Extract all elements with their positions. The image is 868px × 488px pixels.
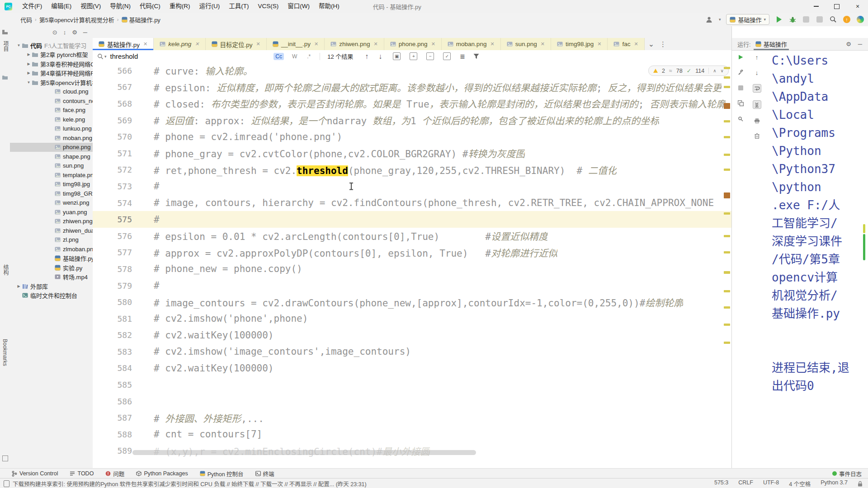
regex-toggle[interactable]: .* (305, 53, 312, 60)
menu-item[interactable]: 帮助(H) (314, 0, 344, 13)
sidebar-item-structure[interactable]: 结构 (2, 264, 9, 275)
coverage-button[interactable] (802, 15, 810, 23)
editor-tab[interactable]: 目标定位.py✕ (206, 38, 267, 50)
line-number[interactable]: 579 (93, 281, 132, 291)
code-line[interactable]: 568# closed: 布尔类型的参数，表示是否封闭轮廓。如果是 True，表… (93, 95, 731, 112)
words-toggle[interactable]: W (290, 53, 299, 60)
code-line[interactable]: 580# image_contours = cv2.drawContours(p… (93, 294, 731, 310)
menu-item[interactable]: 导航(N) (105, 0, 135, 13)
run-config-selector[interactable]: 基础操作 ▾ (726, 14, 769, 25)
select-all-occurrences-button[interactable]: ✓ (443, 52, 451, 60)
tab-options-kebab-icon[interactable]: ⋮ (660, 40, 666, 48)
hide-panel-icon[interactable]: ─ (83, 29, 87, 36)
status-message[interactable]: 下载预构建共享索引: 使用预构建的Python 软件包共享索引减少索引时间和 C… (13, 479, 367, 488)
code-line[interactable]: 570# phone = cv2.imread('phone.png') (93, 128, 731, 145)
tree-item[interactable]: zlmoban.png (10, 244, 93, 254)
run-console-output[interactable]: C:\Users\andyl\AppData\Local\Programs\Py… (772, 52, 863, 395)
event-log-button[interactable]: 事件日志 (832, 469, 862, 478)
line-number[interactable]: 572 (93, 165, 132, 174)
search-everywhere-button[interactable] (829, 15, 837, 23)
tree-item[interactable]: 基础操作.py (10, 254, 93, 263)
down-stack-trace-icon[interactable]: ↓ (753, 69, 761, 76)
learn-button[interactable] (856, 15, 864, 23)
code-line[interactable]: 584# cv2.waitKey(100000) (93, 360, 731, 377)
tree-item[interactable]: yuan.png (10, 207, 93, 217)
wrench-icon[interactable] (737, 69, 745, 76)
match-case-toggle[interactable]: Cc (274, 53, 284, 60)
code-line[interactable]: 577# approx = cv2.approxPolyDP(contours[… (93, 244, 731, 261)
line-number[interactable]: 574 (93, 198, 132, 208)
toolwindow-bottom-icon[interactable] (2, 455, 8, 461)
editor-tab[interactable]: zhiwen.png✕ (325, 38, 384, 50)
code-line[interactable]: 581# cv2.imshow('phone',phone) (93, 310, 731, 327)
code-line[interactable]: 573# (93, 178, 731, 195)
tree-item[interactable]: zhiwen_duan.pn (10, 226, 93, 235)
tree-item[interactable]: kele.png (10, 115, 93, 124)
code-line[interactable]: 583# cv2.imshow('image_contours',image_c… (93, 343, 731, 360)
code-line[interactable]: 566# curve: 输入轮廓。 (93, 62, 731, 79)
tab-close-icon[interactable]: ✕ (431, 41, 435, 47)
line-number[interactable]: 583 (93, 347, 132, 357)
tree-chevron-icon[interactable]: ▼ (26, 80, 31, 84)
code-line[interactable]: 576# epsilon = 0.01 * cv2.arcLength(cont… (93, 228, 731, 244)
filter-funnel-icon[interactable] (473, 53, 479, 59)
line-number[interactable]: 588 (93, 430, 132, 439)
code-line[interactable]: 567# epsilon: 近似精度，即两个轮廓之间最大的欧式距离。该参数越小，… (93, 79, 731, 96)
hide-panel-icon[interactable]: ─ (858, 41, 862, 47)
menu-item[interactable]: VCS(S) (254, 0, 283, 13)
close-button[interactable]: × (847, 0, 868, 13)
ide-promo-button[interactable]: ↑ (843, 15, 851, 23)
line-number[interactable]: 587 (93, 413, 132, 422)
gear-icon[interactable]: ⚙ (846, 41, 851, 47)
editor-tab[interactable]: fac✕ (608, 38, 644, 50)
tree-item[interactable]: template.png (10, 170, 93, 180)
menu-item[interactable]: 代码(C) (135, 0, 165, 13)
remove-occurrence-button[interactable]: − (426, 52, 434, 60)
line-number[interactable]: 580 (93, 297, 132, 307)
tree-item[interactable]: 临时文件和控制台 (10, 291, 93, 300)
run-tab[interactable]: 基础操作 (751, 38, 792, 50)
tree-item[interactable]: timg98.jpg (10, 180, 93, 189)
line-number[interactable]: 586 (93, 397, 132, 406)
line-number[interactable]: 581 (93, 314, 132, 324)
tab-close-icon[interactable]: ✕ (541, 41, 545, 47)
toolwindow-button[interactable]: 问题 (105, 469, 124, 478)
line-number[interactable]: 585 (93, 380, 132, 389)
breadcrumb-item[interactable]: 代码 (20, 15, 32, 24)
tree-item[interactable]: shape.png (10, 152, 93, 161)
line-number[interactable]: 575 (93, 215, 132, 224)
editor-tab[interactable]: sun.png✕ (501, 38, 551, 50)
tree-item[interactable]: ▶外部库 (10, 282, 93, 291)
toolwindow-button[interactable]: Python Packages (136, 469, 188, 478)
status-item[interactable]: Python 3.7 (821, 479, 848, 488)
tree-item[interactable]: phone.png (10, 143, 93, 152)
breadcrumb-item[interactable]: 基础操作.py (129, 15, 160, 24)
previous-problem-icon[interactable]: ∧ (713, 68, 716, 73)
user-dropdown-chevron-icon[interactable]: ▾ (719, 17, 721, 22)
code-line[interactable]: 574# image, contours, hierarchy = cv2.fi… (93, 195, 731, 211)
tab-close-icon[interactable]: ✕ (256, 41, 260, 47)
sidebar-item-project[interactable]: 项目 (2, 41, 9, 52)
code-editor[interactable]: 566# curve: 输入轮廓。567# epsilon: 近似精度，即两个轮… (93, 62, 731, 468)
tree-chevron-icon[interactable]: ▶ (26, 52, 31, 56)
next-problem-icon[interactable]: ∨ (720, 68, 723, 73)
user-avatar-icon[interactable] (705, 15, 713, 23)
tree-item[interactable]: ▼第5章opencv计算机视觉分析 (10, 78, 93, 87)
sidebar-item-bookmarks[interactable]: Bookmarks (2, 339, 8, 366)
toolwindow-button[interactable]: Version Control (12, 469, 58, 478)
debug-button[interactable] (788, 15, 797, 23)
tree-item[interactable]: moban.png (10, 133, 93, 143)
code-line[interactable]: 571# phone_gray = cv2.cvtColor(phone,cv2… (93, 145, 731, 162)
menu-item[interactable]: 运行(U) (195, 0, 225, 13)
tree-chevron-icon[interactable]: ▶ (16, 284, 21, 288)
menu-item[interactable]: 编辑(E) (47, 0, 76, 13)
gear-icon[interactable]: ⚙ (72, 29, 77, 36)
code-line[interactable]: 585 (93, 376, 731, 393)
tree-chevron-icon[interactable]: ▼ (16, 43, 21, 47)
line-number[interactable]: 570 (93, 132, 132, 141)
code-line[interactable]: 582# cv2.waitKey(100000) (93, 327, 731, 344)
next-occurrence-button[interactable]: ↓ (378, 52, 382, 61)
editor-tab[interactable]: timg98.jpg✕ (551, 38, 608, 50)
rerun-button[interactable] (737, 53, 745, 61)
scroll-to-end-icon[interactable] (753, 100, 761, 109)
